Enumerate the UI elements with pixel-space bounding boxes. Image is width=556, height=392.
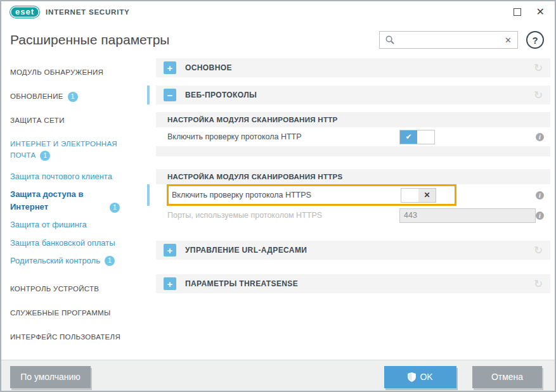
section-basic-header[interactable]: + ОСНОВНОЕ ↺ xyxy=(156,58,550,77)
expand-icon[interactable]: + xyxy=(164,244,176,256)
http-enable-toggle[interactable]: ✔ xyxy=(399,130,435,144)
https-scanner-subheader: НАСТРОЙКА МОДУЛЯ СКАНИРОВАНИЯ HTTPS xyxy=(156,169,550,184)
maximize-button[interactable] xyxy=(514,8,521,16)
product-name: INTERNET SECURITY xyxy=(46,8,129,16)
expand-icon[interactable]: + xyxy=(164,277,176,290)
https-ports-row: Порты, используемые протоколом HTTPS i xyxy=(156,206,550,225)
cancel-button[interactable]: Отмена xyxy=(472,366,542,388)
info-icon[interactable]: i xyxy=(536,191,544,199)
close-button[interactable]: ✕ xyxy=(536,7,545,17)
titlebar: eset INTERNET SECURITY ✕ xyxy=(1,1,555,23)
toggle-check-icon: ✔ xyxy=(400,130,417,144)
expand-icon[interactable]: + xyxy=(164,61,176,74)
https-enable-label: Включить проверку протокола HTTPS xyxy=(172,191,401,199)
active-section-indicator xyxy=(147,85,150,104)
https-enable-row: Включить проверку протокола HTTPS ✕ i xyxy=(156,184,550,206)
window-controls: ✕ xyxy=(514,7,545,17)
sidebar-item-web-access-protection[interactable]: Защита доступа в Интернет1 xyxy=(1,186,147,216)
https-enable-toggle[interactable]: ✕ xyxy=(401,188,436,203)
https-ports-label: Порты, используемые протоколом HTTPS xyxy=(167,211,399,220)
reset-to-default-icon[interactable]: ↺ xyxy=(534,63,543,73)
active-row-indicator xyxy=(147,184,150,206)
sidebar-item-device-control[interactable]: КОНТРОЛЬ УСТРОЙСТВ xyxy=(1,277,147,301)
settings-content: + ОСНОВНОЕ ↺ − ВЕБ-ПРОТОКОЛЫ ↺ НАСТРОЙКА… xyxy=(147,57,556,360)
sidebar-item-user-interface[interactable]: ИНТЕРФЕЙС ПОЛЬЗОВАТЕЛЯ xyxy=(1,326,147,350)
info-icon[interactable]: i xyxy=(536,133,544,141)
sidebar-item-update[interactable]: ОБНОВЛЕНИЕ1 xyxy=(1,85,147,109)
notification-badge: 1 xyxy=(105,256,115,266)
page-header: Расширенные параметры ✕ ? xyxy=(1,23,555,57)
main-area: МОДУЛЬ ОБНАРУЖЕНИЯ ОБНОВЛЕНИЕ1 ЗАЩИТА СЕ… xyxy=(1,57,555,360)
sidebar-item-email-client-protection[interactable]: Защита почтового клиента xyxy=(1,168,147,186)
sidebar: МОДУЛЬ ОБНАРУЖЕНИЯ ОБНОВЛЕНИЕ1 ЗАЩИТА СЕ… xyxy=(1,57,147,360)
section-url-management-header[interactable]: + УПРАВЛЕНИЕ URL-АДРЕСАМИ ↺ xyxy=(156,241,550,260)
http-scanner-subheader: НАСТРОЙКА МОДУЛЯ СКАНИРОВАНИЯ HTTP xyxy=(156,112,550,127)
section-web-protocols-header[interactable]: − ВЕБ-ПРОТОКОЛЫ ↺ xyxy=(156,85,550,104)
section-threatsense-header[interactable]: + ПАРАМЕТРЫ THREATSENSE ↺ xyxy=(156,274,550,293)
notification-badge: 1 xyxy=(40,151,50,161)
page-title: Расширенные параметры xyxy=(10,32,169,47)
http-enable-row: Включить проверку протокола HTTP ✔ i xyxy=(156,127,550,146)
sidebar-spacer xyxy=(1,270,147,277)
reset-to-default-icon[interactable]: ↺ xyxy=(534,90,543,101)
group-spacer xyxy=(156,146,550,156)
search-clear-icon[interactable]: ✕ xyxy=(505,35,512,45)
eset-logo: eset xyxy=(10,6,39,18)
section-threatsense: + ПАРАМЕТРЫ THREATSENSE ↺ xyxy=(156,274,550,293)
sidebar-item-detection-engine[interactable]: МОДУЛЬ ОБНАРУЖЕНИЯ xyxy=(1,61,147,85)
notification-badge: 1 xyxy=(110,203,120,213)
footer-bar: По умолчанию OK Отмена xyxy=(1,360,555,392)
help-button[interactable]: ? xyxy=(526,31,544,49)
section-basic: + ОСНОВНОЕ ↺ xyxy=(156,58,550,77)
reset-to-default-icon[interactable]: ↺ xyxy=(534,279,543,289)
sidebar-item-antiphishing[interactable]: Защита от фишинга xyxy=(1,216,147,234)
uac-shield-icon xyxy=(408,372,416,382)
eset-advanced-settings-window: eset INTERNET SECURITY ✕ Расширенные пар… xyxy=(0,0,556,392)
default-button[interactable]: По умолчанию xyxy=(10,366,91,388)
ok-button[interactable]: OK xyxy=(384,366,456,388)
search-box[interactable]: ✕ xyxy=(379,31,518,49)
toggle-cross-icon: ✕ xyxy=(418,189,436,202)
ok-button-label: OK xyxy=(420,372,432,382)
search-icon xyxy=(385,35,394,44)
collapse-icon[interactable]: − xyxy=(164,89,176,101)
sidebar-item-web-and-email[interactable]: ИНТЕРНЕТ И ЭЛЕКТРОННАЯ ПОЧТА1 xyxy=(1,132,147,168)
sidebar-item-network-protection[interactable]: ЗАЩИТА СЕТИ xyxy=(1,109,147,133)
info-icon[interactable]: i xyxy=(536,212,544,220)
search-input[interactable] xyxy=(399,35,505,45)
sidebar-item-parental-control[interactable]: Родительский контроль1 xyxy=(1,252,147,270)
notification-badge: 1 xyxy=(68,92,78,102)
web-protocols-body: НАСТРОЙКА МОДУЛЯ СКАНИРОВАНИЯ HTTP Включ… xyxy=(156,112,550,231)
sidebar-item-tools[interactable]: СЛУЖЕБНЫЕ ПРОГРАММЫ xyxy=(1,301,147,326)
reset-to-default-icon[interactable]: ↺ xyxy=(534,245,543,256)
section-url-management: + УПРАВЛЕНИЕ URL-АДРЕСАМИ ↺ xyxy=(156,241,550,260)
search-highlight-box: Включить проверку протокола HTTPS ✕ xyxy=(167,184,456,206)
section-web-protocols: − ВЕБ-ПРОТОКОЛЫ ↺ НАСТРОЙКА МОДУЛЯ СКАНИ… xyxy=(156,85,550,231)
http-enable-label: Включить проверку протокола HTTP xyxy=(167,132,399,141)
sidebar-item-banking-protection[interactable]: Защита банковской оплаты xyxy=(1,234,147,252)
https-ports-input[interactable] xyxy=(399,208,536,223)
